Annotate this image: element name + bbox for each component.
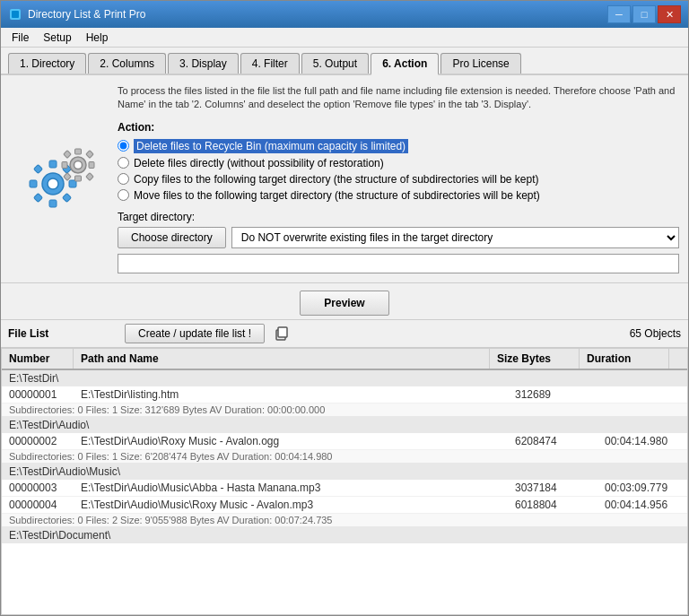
target-dir-row: Choose directory Do NOT overwrite existi… — [118, 227, 679, 248]
dir-row-music: E:\TestDir\Audio\Music\ — [2, 464, 687, 480]
svg-rect-19 — [86, 151, 93, 158]
svg-point-3 — [48, 178, 58, 189]
cell-size: 6208474 — [508, 433, 597, 449]
radio-option-move[interactable]: Move files to the following target direc… — [118, 189, 679, 202]
cell-duration: 00:04:14.980 — [597, 433, 687, 449]
cell-duration: 00:03:09.779 — [597, 480, 687, 496]
title-bar-left: Directory List & Print Pro — [8, 7, 145, 22]
info-text: To process the files listed in the file … — [118, 84, 679, 112]
target-directory-label: Target directory: — [118, 211, 679, 223]
icon-area — [10, 84, 109, 273]
cell-path: E:\TestDir\Audio\Music\Roxy Music - Aval… — [74, 497, 508, 513]
summary-row: Subdirectories: 0 Files: 2 Size: 9'055'9… — [2, 514, 687, 527]
radio-recycle-input[interactable] — [118, 140, 129, 152]
svg-rect-4 — [49, 161, 57, 168]
svg-rect-5 — [49, 200, 57, 207]
menu-setup[interactable]: Setup — [36, 30, 78, 46]
tabs-bar: 1. Directory 2. Columns 3. Display 4. Fi… — [1, 48, 688, 75]
svg-rect-15 — [75, 176, 82, 181]
cell-number: 00000003 — [2, 480, 74, 496]
app-icon — [8, 7, 22, 22]
title-bar: Directory List & Print Pro ─ □ ✕ — [1, 1, 688, 28]
file-list-count: 65 Objects — [630, 327, 681, 340]
radio-group: Delete files to Recycle Bin (maximum cap… — [118, 139, 679, 202]
window-title: Directory List & Print Pro — [28, 8, 145, 21]
col-number: Number — [2, 349, 74, 369]
tab-filter[interactable]: 4. Filter — [240, 53, 300, 74]
choose-directory-button[interactable]: Choose directory — [118, 227, 226, 248]
radio-move-input[interactable] — [118, 189, 129, 201]
summary-row: Subdirectories: 0 Files: 1 Size: 312'689… — [2, 403, 687, 417]
radio-copy-label: Copy files to the following target direc… — [134, 173, 539, 186]
menu-help[interactable]: Help — [79, 30, 116, 46]
cell-size: 312689 — [508, 386, 597, 403]
svg-rect-14 — [75, 149, 82, 154]
directory-input[interactable] — [118, 254, 679, 273]
col-scrollbar-spacer — [669, 349, 687, 369]
cell-size: 3037184 — [508, 480, 597, 496]
radio-option-copy[interactable]: Copy files to the following target direc… — [118, 173, 679, 186]
tab-directory[interactable]: 1. Directory — [8, 53, 86, 74]
cell-duration: 00:04:14.956 — [597, 497, 687, 513]
radio-delete-direct-input[interactable] — [118, 157, 129, 169]
copy-icon-button[interactable] — [274, 325, 290, 342]
action-content: To process the files listed in the file … — [118, 84, 679, 273]
radio-recycle-label: Delete files to Recycle Bin (maximum cap… — [134, 139, 408, 153]
cell-duration — [597, 386, 687, 403]
col-path: Path and Name — [74, 349, 490, 369]
radio-option-recycle[interactable]: Delete files to Recycle Bin (maximum cap… — [118, 139, 679, 153]
copy-icon — [274, 325, 290, 342]
col-size: Size Bytes — [490, 349, 580, 369]
dir-row-document: E:\TestDir\Document\ — [2, 527, 687, 543]
action-panel: To process the files listed in the file … — [1, 75, 688, 283]
close-button[interactable]: ✕ — [658, 5, 681, 23]
svg-rect-1 — [12, 11, 19, 18]
menu-file[interactable]: File — [4, 30, 36, 46]
radio-delete-direct-label: Delete files directly (without possibili… — [134, 157, 384, 169]
cell-number: 00000001 — [2, 386, 74, 403]
table-row: 00000002 E:\TestDir\Audio\Roxy Music - A… — [2, 433, 687, 450]
minimize-button[interactable]: ─ — [607, 5, 631, 23]
table-row: 00000001 E:\TestDir\listing.htm 312689 — [2, 386, 687, 403]
radio-move-label: Move files to the following target direc… — [134, 189, 540, 202]
cell-path: E:\TestDir\listing.htm — [74, 386, 508, 403]
cell-path: E:\TestDir\Audio\Roxy Music - Avalon.ogg — [74, 433, 508, 449]
svg-point-13 — [74, 161, 83, 169]
file-list-label: File List — [8, 327, 116, 340]
cell-size: 6018804 — [508, 497, 597, 513]
svg-rect-23 — [278, 327, 287, 337]
tab-display[interactable]: 3. Display — [168, 53, 239, 74]
tab-output[interactable]: 5. Output — [301, 53, 369, 74]
tab-action[interactable]: 6. Action — [371, 53, 439, 75]
svg-rect-20 — [64, 173, 71, 180]
summary-row: Subdirectories: 0 Files: 1 Size: 6'208'4… — [2, 450, 687, 464]
table-row: 00000003 E:\TestDir\Audio\Music\Abba - H… — [2, 480, 687, 497]
action-label: Action: — [118, 121, 679, 134]
maximize-button[interactable]: □ — [632, 5, 656, 23]
gears-icon — [19, 143, 100, 214]
main-window: Directory List & Print Pro ─ □ ✕ File Se… — [0, 0, 689, 616]
table-header: Number Path and Name Size Bytes Duration — [2, 349, 687, 370]
svg-rect-16 — [62, 162, 67, 169]
menu-bar: File Setup Help — [1, 28, 688, 48]
radio-option-delete-direct[interactable]: Delete files directly (without possibili… — [118, 157, 679, 169]
radio-copy-input[interactable] — [118, 173, 129, 185]
create-update-button[interactable]: Create / update file list ! — [125, 324, 265, 343]
svg-rect-10 — [34, 194, 43, 203]
table-row: 00000004 E:\TestDir\Audio\Music\Roxy Mus… — [2, 497, 687, 514]
overwrite-select[interactable]: Do NOT overwrite existing files in the t… — [231, 227, 679, 248]
svg-rect-21 — [86, 173, 93, 180]
file-list-table[interactable]: Number Path and Name Size Bytes Duration… — [1, 348, 688, 615]
svg-rect-8 — [34, 165, 43, 174]
tab-columns[interactable]: 2. Columns — [88, 53, 166, 74]
svg-rect-17 — [89, 162, 94, 169]
col-duration: Duration — [580, 349, 669, 369]
preview-button[interactable]: Preview — [300, 291, 389, 316]
dir-row-audio: E:\TestDir\Audio\ — [2, 417, 687, 433]
preview-btn-area: Preview — [1, 283, 688, 319]
cell-path: E:\TestDir\Audio\Music\Abba - Hasta Mana… — [74, 480, 508, 496]
cell-number: 00000004 — [2, 497, 74, 513]
cell-number: 00000002 — [2, 433, 74, 449]
svg-rect-18 — [64, 151, 71, 158]
tab-prolicense[interactable]: Pro License — [440, 53, 520, 74]
